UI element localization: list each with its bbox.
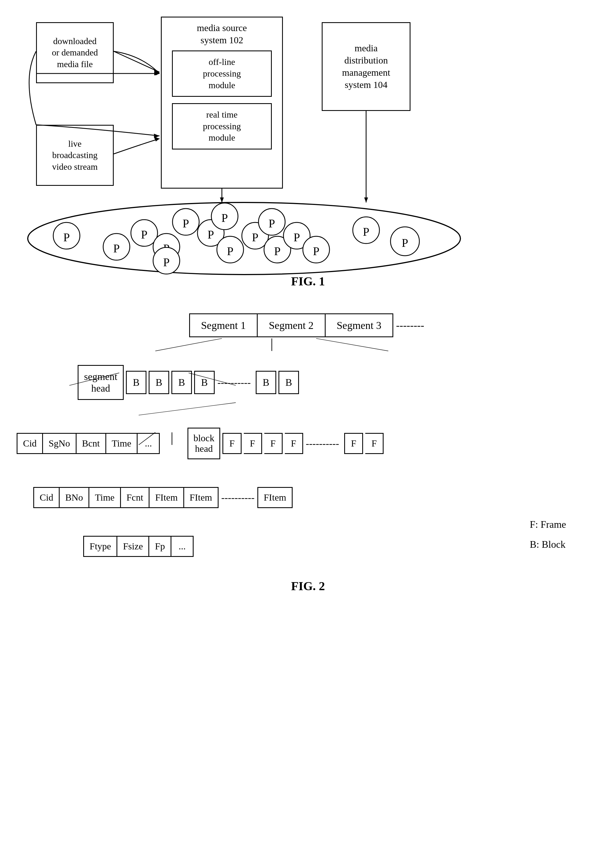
b-box-end2: B [279,371,299,394]
segment-head-box: segment head [78,365,124,400]
svg-text:P: P [313,245,319,258]
f-box-4: F [285,433,303,454]
legend: F: Frame B: Block [530,515,566,554]
b-box-1: B [126,371,147,394]
segment-dots: -------- [393,313,427,337]
b-box-4: B [194,371,215,394]
svg-marker-9 [154,133,160,138]
media-source-box: media source system 102 off-line process… [161,17,283,189]
realtime-module-label: real time processing module [203,110,241,142]
svg-marker-2 [154,70,160,75]
fig1-diagram: downloaded or demanded media file media … [0,0,616,291]
b-box-3: B [172,371,192,394]
f-box-2: F [244,433,262,454]
svg-text:P: P [293,231,300,244]
frame-legend: F: Frame [530,515,566,534]
level4-row: Cid BNo Time Fcnt FItem FItem ----------… [0,487,616,508]
etc-box: ... [138,433,160,454]
svg-line-0 [114,51,160,72]
peer-network-ellipse: P P P P P P P P P P P P P [22,199,466,277]
svg-text:P: P [221,211,228,224]
level4-dots: ---------- [221,492,255,503]
block-legend: B: Block [530,534,566,554]
f-box-end1: F [344,433,363,454]
b-box-end1: B [256,371,276,394]
level3-row: Cid SgNo Bcnt Time ... block head F F F … [0,428,616,459]
fig2-label: FIG. 2 [0,579,616,604]
time-box: Time [106,433,138,454]
level2-row: segment head B B B B ---------- B B [0,365,616,400]
fcnt-box: Fcnt [121,487,150,508]
segment2-box: Segment 2 [258,313,325,337]
fitem-end-box: FItem [257,487,293,508]
f-box-1: F [223,433,242,454]
ellipse-svg: P P P P P P P P P P P P P [22,199,466,277]
svg-text:P: P [163,256,169,269]
block-head-box: block head [188,428,220,459]
distribution-label: media distribution management system 104 [342,42,390,91]
f-box-3: F [264,433,283,454]
svg-text:P: P [63,231,70,244]
svg-text:P: P [227,245,233,258]
live-broadcast-label: live broadcasting video stream [52,138,98,173]
b-box-2: B [149,371,169,394]
svg-text:P: P [402,236,408,249]
cid-box: Cid [17,433,43,454]
svg-text:P: P [268,217,275,230]
downloaded-media-box: downloaded or demanded media file [36,22,114,83]
live-broadcast-box: live broadcasting video stream [36,125,114,186]
svg-text:P: P [113,242,120,255]
fitem2-box: FItem [184,487,219,508]
svg-text:P: P [207,228,214,241]
cid2-box: Cid [33,487,60,508]
fsize-box: Fsize [117,536,149,557]
segment3-box: Segment 3 [326,313,393,337]
bno-box: BNo [60,487,89,508]
sgno-box: SgNo [43,433,76,454]
ftype-box: Ftype [83,536,117,557]
svg-text:P: P [252,231,258,244]
level5-row: Ftype Fsize Fp ... [0,536,616,557]
svg-marker-3 [154,136,160,141]
level2-dots: ---------- [217,377,251,388]
f-box-end2: F [365,433,384,454]
time2-box: Time [89,487,121,508]
level3-dots: ---------- [306,438,339,449]
segment-row: Segment 1 Segment 2 Segment 3 -------- [0,313,616,337]
fp-box: Fp [149,536,172,557]
fig1-label: FIG. 1 [0,274,616,288]
svg-line-48 [139,403,236,415]
realtime-module-box: real time processing module [172,103,272,150]
distribution-box: media distribution management system 104 [322,22,411,111]
svg-line-45 [316,338,388,351]
dotdot-box: ... [172,536,194,557]
fitem1-box: FItem [150,487,184,508]
svg-text:P: P [274,245,280,258]
segment1-box: Segment 1 [189,313,258,337]
offline-module-box: off-line processing module [172,50,272,97]
svg-line-43 [155,338,222,351]
svg-text:P: P [141,228,147,241]
svg-text:P: P [363,226,369,238]
downloaded-media-label: downloaded or demanded media file [52,35,98,70]
offline-module-label: off-line processing module [203,57,241,90]
svg-text:P: P [182,217,189,230]
bcnt-box: Bcnt [76,433,106,454]
fig2-diagram: Segment 1 Segment 2 Segment 3 -------- s… [0,313,616,626]
svg-marker-8 [154,72,160,75]
media-source-title: media source system 102 [166,22,278,46]
svg-marker-1 [154,69,160,74]
